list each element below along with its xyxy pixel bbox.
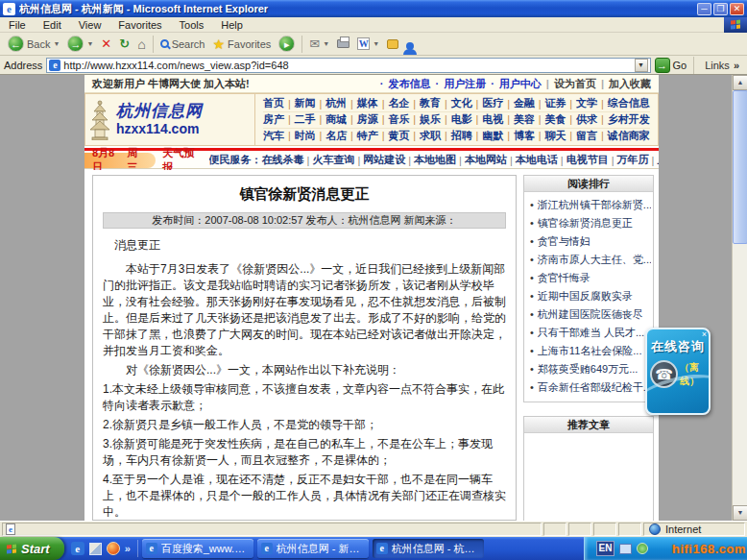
- quicklaunch-desktop-icon[interactable]: [89, 543, 102, 555]
- nav-link[interactable]: 留言: [576, 129, 597, 143]
- sidebar-article-link[interactable]: •贪官忏悔录: [530, 269, 651, 287]
- nav-link[interactable]: 美容: [514, 112, 535, 127]
- sidebar-article-link[interactable]: •镇官徐新贤消息更正: [530, 214, 651, 232]
- nav-link[interactable]: 教育: [420, 96, 441, 110]
- site-logo[interactable]: 杭州信息网 hzxx114.com: [85, 94, 254, 145]
- welcome-link[interactable]: 发布信息: [389, 77, 431, 91]
- favorites-button[interactable]: ★ Favorites: [208, 34, 275, 55]
- print-button[interactable]: [333, 34, 353, 55]
- nav-link[interactable]: 杭州: [325, 96, 347, 110]
- scroll-down-arrow-icon[interactable]: ▼: [733, 505, 747, 521]
- nav-link[interactable]: 电视: [482, 112, 503, 127]
- minimize-button[interactable]: ─: [697, 3, 711, 15]
- scrollbar-thumb[interactable]: [733, 90, 747, 244]
- sidebar-article-link[interactable]: •上海市11名社会保险...: [530, 342, 651, 360]
- nav-link[interactable]: 金融: [514, 96, 535, 110]
- tray-status-icon[interactable]: [637, 543, 648, 554]
- nav-link[interactable]: 商城: [325, 112, 347, 127]
- discuss-button[interactable]: [383, 34, 402, 55]
- service-link[interactable]: 本地网站: [465, 153, 507, 167]
- links-button[interactable]: Links »: [701, 60, 743, 71]
- menu-edit[interactable]: Edit: [35, 19, 70, 31]
- welcome-link[interactable]: 用户注册: [444, 77, 486, 91]
- back-button[interactable]: ← Back ▼: [4, 34, 63, 55]
- service-link[interactable]: 本地电话: [516, 153, 558, 167]
- sidebar-article-link[interactable]: •杭州建国医院医德丧尽: [530, 305, 651, 324]
- media-button[interactable]: ▸: [275, 34, 299, 55]
- service-link[interactable]: 电视节目: [566, 153, 609, 167]
- nav-link[interactable]: 新闻: [295, 96, 316, 110]
- vertical-scrollbar[interactable]: ▲ ▼: [732, 75, 747, 521]
- nav-link[interactable]: 求职: [420, 129, 441, 143]
- menu-help[interactable]: Help: [212, 19, 252, 31]
- stop-button[interactable]: ✕: [97, 34, 115, 55]
- address-dropdown-button[interactable]: ▼: [635, 59, 648, 72]
- quicklaunch-chevron-icon[interactable]: »: [125, 543, 131, 554]
- quicklaunch-media-player-icon[interactable]: [107, 542, 120, 555]
- service-link[interactable]: 上网导航: [657, 153, 659, 167]
- service-link[interactable]: 万年历: [617, 153, 649, 167]
- nav-link[interactable]: 医疗: [482, 96, 503, 110]
- nav-link[interactable]: 时尚: [295, 129, 316, 143]
- nav-link[interactable]: 电影: [451, 112, 472, 127]
- go-button[interactable]: → Go: [655, 58, 687, 73]
- sidebar-article-link[interactable]: •近期中国反腐败实录: [530, 287, 651, 305]
- messenger-button[interactable]: [402, 34, 418, 55]
- nav-link[interactable]: 首页: [263, 96, 284, 110]
- start-button[interactable]: Start: [0, 537, 64, 560]
- welcome-link[interactable]: 加入收藏: [609, 77, 651, 91]
- nav-link[interactable]: 聊天: [544, 129, 566, 143]
- online-consult-badge[interactable]: × 在线咨询 ☎ （离线）: [645, 328, 711, 415]
- quicklaunch-ie-icon[interactable]: e: [71, 542, 84, 555]
- menu-favorites[interactable]: Favorites: [109, 19, 170, 31]
- nav-link[interactable]: 房产: [263, 112, 284, 127]
- service-link[interactable]: 本地地图: [414, 153, 456, 167]
- nav-link[interactable]: 媒体: [357, 96, 378, 110]
- nav-link[interactable]: 供求: [576, 112, 597, 127]
- nav-link[interactable]: 房源: [357, 112, 378, 127]
- nav-link[interactable]: 幽默: [482, 129, 503, 143]
- home-button[interactable]: ⌂: [133, 34, 149, 55]
- nav-link[interactable]: 美食: [544, 112, 566, 127]
- menu-tools[interactable]: Tools: [171, 19, 213, 31]
- forward-button[interactable]: → ▼: [63, 34, 97, 55]
- nav-link[interactable]: 二手: [295, 112, 316, 127]
- nav-link[interactable]: 汽车: [263, 129, 284, 143]
- edit-button[interactable]: W▼: [353, 34, 383, 55]
- sidebar-article-link[interactable]: •只有干部难当 人民才...: [530, 324, 651, 342]
- sidebar-article-link[interactable]: •浙江杭州镇干部徐新贤...: [530, 196, 651, 214]
- sidebar-article-link[interactable]: •百余新任省部级纪检干...: [530, 378, 651, 397]
- nav-link[interactable]: 文学: [576, 96, 597, 110]
- taskbar-button[interactable]: e杭州信息网 - 杭州新闻...: [373, 539, 484, 558]
- taskbar-button[interactable]: e百度搜索_www.hzxx11...: [142, 539, 253, 558]
- restore-button[interactable]: ❐: [713, 3, 728, 15]
- service-link[interactable]: 网站建设: [363, 153, 405, 167]
- nav-link[interactable]: 名企: [388, 96, 409, 110]
- menu-file[interactable]: File: [0, 19, 35, 31]
- nav-link[interactable]: 乡村开发: [608, 112, 650, 127]
- nav-link[interactable]: 黄页: [388, 129, 409, 143]
- nav-link[interactable]: 综合信息: [608, 96, 650, 110]
- nav-link[interactable]: 招聘: [451, 129, 472, 143]
- mail-button[interactable]: ✉▼: [305, 34, 333, 55]
- nav-link[interactable]: 证券: [544, 96, 566, 110]
- service-link[interactable]: 在线杀毒: [262, 153, 304, 167]
- sidebar-article-link[interactable]: •郑筱萸受贿649万元...: [530, 360, 651, 378]
- scroll-up-arrow-icon[interactable]: ▲: [733, 75, 747, 90]
- nav-link[interactable]: 特产: [357, 129, 378, 143]
- nav-link[interactable]: 诚信商家: [608, 129, 650, 143]
- nav-link[interactable]: 名店: [325, 129, 347, 143]
- language-indicator[interactable]: EN: [596, 541, 614, 556]
- welcome-link[interactable]: 用户中心: [499, 77, 542, 91]
- close-button[interactable]: ✕: [730, 3, 744, 15]
- refresh-button[interactable]: ↻: [115, 34, 133, 55]
- nav-link[interactable]: 博客: [514, 129, 535, 143]
- address-input[interactable]: e http://www.hzxx114.com/news_view.asp?i…: [46, 58, 650, 73]
- badge-close-icon[interactable]: ×: [702, 329, 707, 339]
- nav-link[interactable]: 文化: [451, 96, 472, 110]
- menu-view[interactable]: View: [70, 19, 110, 31]
- welcome-link[interactable]: 设为首页: [554, 77, 596, 91]
- network-tray-icon[interactable]: [619, 544, 632, 554]
- nav-link[interactable]: 娱乐: [420, 112, 441, 127]
- search-button[interactable]: Search: [157, 34, 209, 55]
